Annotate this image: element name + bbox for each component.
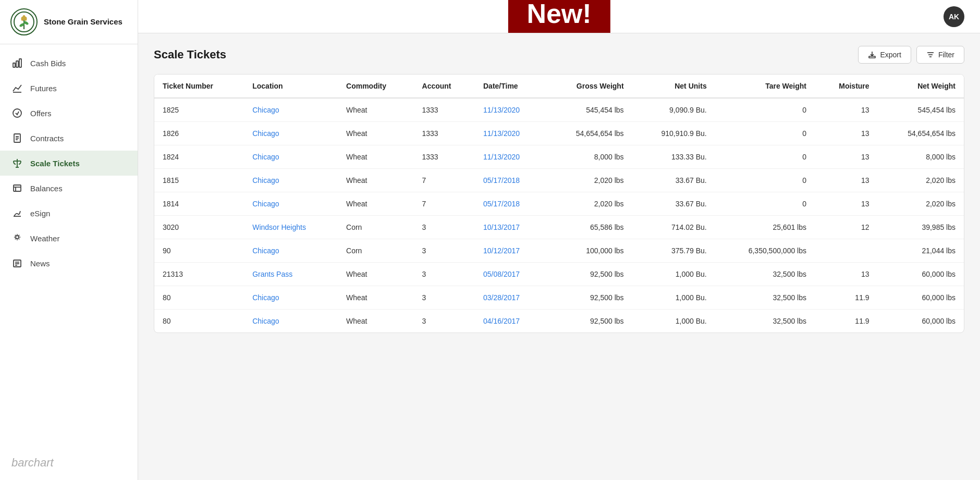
cell-gross-weight: 2,020 lbs (546, 192, 632, 216)
cell-datetime: 05/08/2017 (475, 263, 546, 286)
cell-datetime: 11/13/2020 (475, 122, 546, 145)
cell-datetime: 10/12/2017 (475, 239, 546, 263)
cell-location: Chicago (244, 145, 338, 169)
cell-net-weight: 2,020 lbs (878, 192, 964, 216)
cell-commodity: Corn (338, 216, 414, 239)
cell-gross-weight: 545,454 lbs (546, 98, 632, 122)
cell-ticket-number: 1814 (154, 192, 244, 216)
sidebar-item-label: eSign (30, 209, 50, 218)
sidebar-item-label: Scale Tickets (30, 159, 80, 168)
cell-gross-weight: 2,020 lbs (546, 169, 632, 192)
table-row[interactable]: 80 Chicago Wheat 3 03/28/2017 92,500 lbs… (154, 286, 964, 310)
svg-line-28 (15, 235, 16, 236)
col-moisture: Moisture (815, 75, 878, 98)
sidebar-item-scale-tickets[interactable]: Scale Tickets (0, 151, 138, 176)
cell-account: 3 (414, 216, 475, 239)
cell-account: 7 (414, 169, 475, 192)
table-body: 1825 Chicago Wheat 1333 11/13/2020 545,4… (154, 98, 964, 333)
table-row[interactable]: 1826 Chicago Wheat 1333 11/13/2020 54,65… (154, 122, 964, 145)
cell-commodity: Wheat (338, 145, 414, 169)
table-row[interactable]: 3020 Windsor Heights Corn 3 10/13/2017 6… (154, 216, 964, 239)
cell-datetime: 05/17/2018 (475, 192, 546, 216)
sidebar-item-label: Weather (30, 234, 59, 243)
cell-location: Windsor Heights (244, 216, 338, 239)
contracts-icon (11, 132, 23, 144)
cell-ticket-number: 80 (154, 286, 244, 310)
cell-net-units: 1,000 Bu. (632, 263, 715, 286)
sidebar-item-futures[interactable]: Futures (0, 76, 138, 101)
cell-datetime: 11/13/2020 (475, 145, 546, 169)
table-row[interactable]: 80 Chicago Wheat 3 04/16/2017 92,500 lbs… (154, 310, 964, 333)
cell-commodity: Wheat (338, 192, 414, 216)
cell-ticket-number: 1825 (154, 98, 244, 122)
logo (10, 8, 38, 35)
sidebar-item-news[interactable]: News (0, 251, 138, 276)
cell-net-weight: 39,985 lbs (878, 216, 964, 239)
table-row[interactable]: 1824 Chicago Wheat 1333 11/13/2020 8,000… (154, 145, 964, 169)
topbar: New! AK (138, 0, 980, 33)
sidebar-item-esign[interactable]: eSign (0, 201, 138, 226)
sidebar-footer-brand: barchart (0, 446, 138, 480)
cell-commodity: Wheat (338, 286, 414, 310)
cell-datetime: 04/16/2017 (475, 310, 546, 333)
user-avatar[interactable]: AK (944, 6, 964, 27)
cell-net-units: 1,000 Bu. (632, 286, 715, 310)
svg-rect-8 (16, 61, 18, 67)
page-content: Scale Tickets Export Fil (138, 33, 980, 480)
cell-moisture: 13 (815, 169, 878, 192)
cell-net-units: 33.67 Bu. (632, 192, 715, 216)
cell-location: Chicago (244, 169, 338, 192)
svg-rect-9 (19, 59, 21, 67)
export-button[interactable]: Export (858, 46, 911, 64)
export-label: Export (880, 51, 901, 59)
cell-net-units: 910,910.9 Bu. (632, 122, 715, 145)
table-row[interactable]: 1815 Chicago Wheat 7 05/17/2018 2,020 lb… (154, 169, 964, 192)
sidebar-item-contracts[interactable]: Contracts (0, 126, 138, 151)
table-row[interactable]: 90 Chicago Corn 3 10/12/2017 100,000 lbs… (154, 239, 964, 263)
cell-net-units: 375.79 Bu. (632, 239, 715, 263)
balances-icon (11, 182, 23, 194)
table-header: Ticket Number Location Commodity Account… (154, 75, 964, 98)
sidebar-item-weather[interactable]: Weather (0, 226, 138, 251)
cell-account: 3 (414, 310, 475, 333)
table-row[interactable]: 21313 Grants Pass Wheat 3 05/08/2017 92,… (154, 263, 964, 286)
sidebar-nav: Cash Bids Futures Offers (0, 44, 138, 446)
cell-net-units: 714.02 Bu. (632, 216, 715, 239)
cell-net-weight: 60,000 lbs (878, 310, 964, 333)
table-row[interactable]: 1825 Chicago Wheat 1333 11/13/2020 545,4… (154, 98, 964, 122)
svg-line-29 (19, 239, 19, 239)
sidebar-item-balances[interactable]: Balances (0, 176, 138, 201)
cell-account: 1333 (414, 145, 475, 169)
cell-moisture: 11.9 (815, 286, 878, 310)
filter-label: Filter (938, 51, 954, 59)
cell-net-weight: 2,020 lbs (878, 169, 964, 192)
cell-net-weight: 60,000 lbs (878, 263, 964, 286)
col-net-units: Net Units (632, 75, 715, 98)
cell-net-weight: 60,000 lbs (878, 286, 964, 310)
cell-gross-weight: 92,500 lbs (546, 310, 632, 333)
cell-tare-weight: 6,350,500,000 lbs (715, 239, 815, 263)
filter-button[interactable]: Filter (916, 46, 964, 64)
futures-icon (11, 82, 23, 94)
col-gross-weight: Gross Weight (546, 75, 632, 98)
table-row[interactable]: 1814 Chicago Wheat 7 05/17/2018 2,020 lb… (154, 192, 964, 216)
export-icon (868, 51, 876, 59)
col-ticket-number: Ticket Number (154, 75, 244, 98)
cell-moisture: 13 (815, 122, 878, 145)
svg-point-5 (21, 17, 24, 21)
cell-location: Grants Pass (244, 263, 338, 286)
col-account: Account (414, 75, 475, 98)
brand-name: Stone Grain Services (44, 17, 123, 27)
svg-point-23 (16, 236, 19, 239)
esign-icon (11, 207, 23, 219)
cell-gross-weight: 100,000 lbs (546, 239, 632, 263)
chart-bar-icon (11, 57, 23, 69)
sidebar-item-cash-bids[interactable]: Cash Bids (0, 51, 138, 76)
svg-point-6 (24, 17, 27, 21)
cell-ticket-number: 90 (154, 239, 244, 263)
cell-tare-weight: 32,500 lbs (715, 286, 815, 310)
cell-account: 1333 (414, 122, 475, 145)
svg-line-31 (15, 239, 16, 239)
cell-net-weight: 8,000 lbs (878, 145, 964, 169)
sidebar-item-offers[interactable]: Offers (0, 101, 138, 126)
